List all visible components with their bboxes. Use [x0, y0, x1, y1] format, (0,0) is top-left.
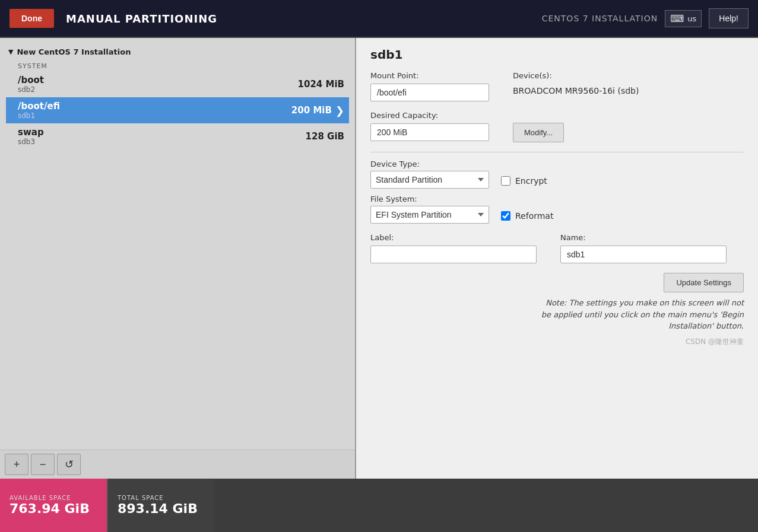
- mount-devices-row: Mount Point: Device(s): BROADCOM MR9560-…: [370, 71, 744, 101]
- label-group: Label:: [370, 233, 537, 263]
- group-arrow: ▼: [8, 48, 13, 56]
- note-text: Note: The settings you make on this scre…: [370, 297, 744, 332]
- left-bottom-btns: + − ↺: [0, 450, 355, 479]
- topbar-right: CENTOS 7 INSTALLATION ⌨ us Help!: [542, 8, 749, 28]
- centos-title: CENTOS 7 INSTALLATION: [542, 14, 658, 23]
- device-type-select[interactable]: Standard Partition LVM LVM Thin Provisio…: [370, 171, 489, 189]
- modify-group: Modify...: [513, 111, 564, 142]
- partition-sub-swap: sdb3: [18, 138, 44, 146]
- partition-size-area-swap: 128 GiB: [306, 131, 344, 142]
- partition-name: /boot: [18, 75, 44, 85]
- keyboard-lang: us: [687, 14, 696, 23]
- reformat-checkbox[interactable]: [501, 211, 510, 221]
- topbar: Done MANUAL PARTITIONING CENTOS 7 INSTAL…: [0, 0, 758, 38]
- desired-capacity-input[interactable]: [370, 123, 489, 141]
- space-total: TOTAL SPACE 893.14 GiB: [107, 479, 214, 532]
- available-value: 763.94 GiB: [9, 501, 97, 516]
- section-group: ▼ New CentOS 7 Installation SYSTEM /boot…: [0, 44, 355, 149]
- partition-size-swap: 128 GiB: [306, 131, 344, 142]
- mount-point-input[interactable]: [370, 84, 489, 101]
- help-button[interactable]: Help!: [709, 8, 749, 28]
- device-type-label: Device Type:: [370, 160, 489, 168]
- filesystem-label: File System:: [370, 195, 489, 203]
- partition-size-efi: 200 MiB: [291, 105, 332, 116]
- total-value: 893.14 GiB: [118, 501, 204, 516]
- partition-info-efi: /boot/efi sdb1: [18, 101, 60, 120]
- modify-button[interactable]: Modify...: [513, 123, 564, 142]
- partition-size-area-efi: 200 MiB ❯: [291, 104, 344, 117]
- name-group: Name:: [560, 233, 727, 263]
- label-name-row: Label: Name:: [370, 233, 744, 263]
- partition-sub-efi: sdb1: [18, 112, 60, 120]
- watermark: CSDN @隆世神童: [370, 337, 744, 347]
- devices-group: Device(s): BROADCOM MR9560-16i (sdb): [513, 71, 639, 95]
- space-available: AVAILABLE SPACE 763.94 GiB: [0, 479, 107, 532]
- reformat-area: Reformat: [501, 211, 553, 221]
- right-panel: sdb1 Mount Point: Device(s): BROADCOM MR…: [356, 38, 758, 479]
- system-label: SYSTEM: [6, 60, 349, 71]
- label-field-label: Label:: [370, 233, 537, 242]
- partition-sub: sdb2: [18, 85, 44, 94]
- available-label: AVAILABLE SPACE: [9, 495, 97, 501]
- filesystem-row: File System: EFI System Partition ext4 e…: [370, 195, 744, 224]
- desired-capacity-label: Desired Capacity:: [370, 111, 489, 120]
- name-field-label: Name:: [560, 233, 727, 242]
- keyboard-icon: ⌨: [670, 13, 684, 24]
- partition-size-area: 1024 MiB: [298, 79, 344, 90]
- partition-item-swap[interactable]: swap sdb3 128 GiB: [6, 123, 349, 149]
- mount-point-label: Mount Point:: [370, 71, 489, 80]
- filesystem-select[interactable]: EFI System Partition ext4 ext3 ext2 xfs …: [370, 206, 489, 224]
- group-title: New CentOS 7 Installation: [17, 47, 131, 56]
- add-partition-button[interactable]: +: [5, 454, 28, 475]
- partition-name-efi: /boot/efi: [18, 101, 60, 112]
- update-settings-button[interactable]: Update Settings: [664, 273, 744, 292]
- main-content: ▼ New CentOS 7 Installation SYSTEM /boot…: [0, 38, 758, 479]
- topbar-left: Done MANUAL PARTITIONING: [9, 9, 217, 28]
- refresh-button[interactable]: ↺: [57, 454, 81, 475]
- mount-point-group: Mount Point:: [370, 71, 489, 101]
- encrypt-label: Encrypt: [515, 176, 547, 186]
- name-input[interactable]: [560, 246, 727, 263]
- partition-info-swap: swap sdb3: [18, 127, 44, 146]
- left-panel: ▼ New CentOS 7 Installation SYSTEM /boot…: [0, 38, 356, 479]
- bottom-area: AVAILABLE SPACE 763.94 GiB TOTAL SPACE 8…: [0, 479, 758, 532]
- divider: [370, 152, 744, 152]
- partition-item-boot-efi[interactable]: /boot/efi sdb1 200 MiB ❯: [6, 97, 349, 123]
- device-type-group: Device Type: Standard Partition LVM LVM …: [370, 160, 489, 189]
- group-header[interactable]: ▼ New CentOS 7 Installation: [6, 44, 349, 60]
- partition-info: /boot sdb2: [18, 75, 44, 94]
- encrypt-area: Encrypt: [501, 176, 547, 186]
- filesystem-group: File System: EFI System Partition ext4 e…: [370, 195, 489, 224]
- partition-list: ▼ New CentOS 7 Installation SYSTEM /boot…: [0, 38, 355, 450]
- total-label: TOTAL SPACE: [118, 495, 204, 501]
- right-panel-title: sdb1: [370, 47, 744, 62]
- capacity-modify-row: Desired Capacity: Modify...: [370, 111, 744, 142]
- partition-name-swap: swap: [18, 127, 44, 138]
- label-input[interactable]: [370, 246, 537, 263]
- devices-label: Device(s):: [513, 71, 639, 80]
- partition-item-boot[interactable]: /boot sdb2 1024 MiB: [6, 71, 349, 97]
- topbar-title: MANUAL PARTITIONING: [66, 12, 217, 25]
- keyboard-input[interactable]: ⌨ us: [665, 10, 702, 27]
- device-name-text: BROADCOM MR9560-16i (sdb): [513, 84, 639, 95]
- capacity-group: Desired Capacity:: [370, 111, 489, 141]
- device-type-row: Device Type: Standard Partition LVM LVM …: [370, 160, 744, 189]
- encrypt-checkbox[interactable]: [501, 176, 510, 186]
- partition-size: 1024 MiB: [298, 79, 344, 90]
- remove-partition-button[interactable]: −: [31, 454, 55, 475]
- reformat-label: Reformat: [515, 211, 553, 221]
- partition-arrow-efi: ❯: [335, 104, 344, 117]
- done-button[interactable]: Done: [9, 9, 54, 28]
